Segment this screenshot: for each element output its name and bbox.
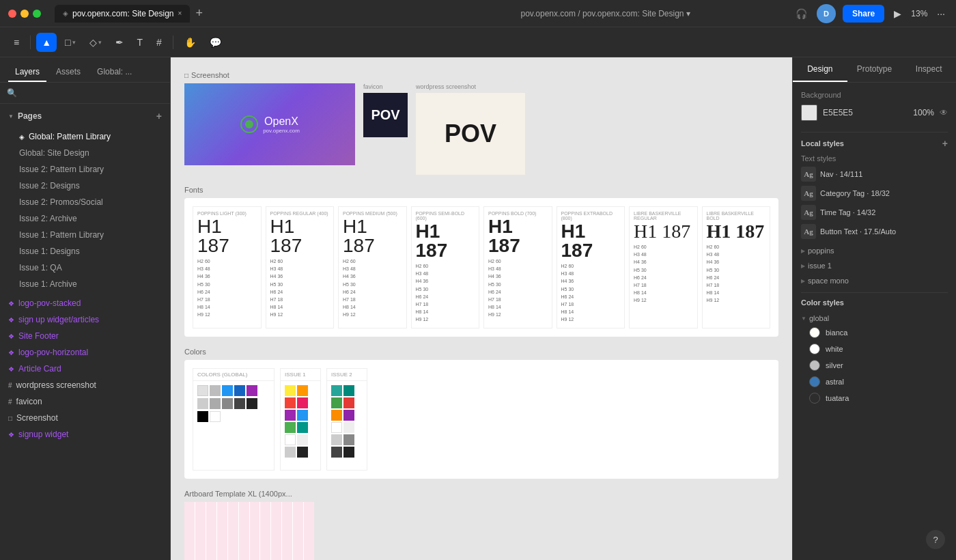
color-style-white[interactable]: white [801,341,948,357]
font-card-light: POPPINS LIGHT (300) H1 187 H2 60H3 48H4 … [193,206,262,328]
select-tool[interactable]: ▲ [36,33,57,52]
minimize-window-button[interactable] [20,10,29,18]
page-item-issue1-qa[interactable]: Issue 1: QA [0,260,170,276]
tab-design[interactable]: Design [793,57,847,82]
text-style-name: Nav · 14/111 [820,170,862,178]
active-tab[interactable]: ◈ pov.openx.com: Site Design × [55,5,190,23]
shape-tool[interactable]: ◇ ▾ [84,33,107,52]
page-item-issue2-pattern[interactable]: Issue 2: Pattern Library [0,161,170,178]
swatch [197,398,208,409]
visibility-toggle[interactable]: 👁 [940,108,948,117]
title-right-actions: 🎧 D Share ▶ 13% ··· [793,4,948,23]
page-item-issue2-archive[interactable]: Issue 2: Archive [0,210,170,227]
canvas[interactable]: □ Screenshot [171,57,792,560]
tab-prototype[interactable]: Prototype [847,57,902,82]
title-caret-icon[interactable]: ▾ [686,9,690,18]
font-card-medium: POPPINS MEDIUM (500) H1 187 H2 60H3 48H4… [338,206,407,328]
swatch [297,447,308,458]
page-label: Global: Site Design [19,148,89,158]
tab-close-button[interactable]: × [178,10,182,17]
pages-chevron-icon: ▼ [8,113,14,120]
add-style-button[interactable]: + [942,138,948,149]
audio-icon[interactable]: 🎧 [793,5,810,22]
shape-icon: ◇ [89,37,97,48]
avatar[interactable]: D [817,4,836,23]
text-style-nav[interactable]: Ag Nav · 14/111 [801,167,948,182]
layer-site-footer[interactable]: ❖ Site Footer [0,328,170,344]
wp-label: wordpress screenshot [416,83,525,90]
font-label: LIBRE BASKERVILLE BOLD [707,211,766,221]
tab-assets[interactable]: Assets [49,63,87,82]
tab-global[interactable]: Global: ... [90,63,139,82]
background-opacity[interactable]: 100% [913,108,934,117]
text-style-time-tag[interactable]: Ag Time Tag · 14/32 [801,205,948,220]
layer-article-card[interactable]: ❖ Article Card [0,361,170,377]
background-color-swatch[interactable] [801,104,817,121]
close-window-button[interactable] [8,10,16,18]
fonts-section-label: Fonts [184,186,778,194]
maximize-window-button[interactable] [33,10,41,18]
layer-screenshot[interactable]: □ Screenshot [0,410,170,426]
right-panel-content: Background E5E5E5 100% 👁 Local styles + [793,83,956,560]
play-button[interactable]: ▶ [891,5,904,22]
layer-logo-pov-horizontal[interactable]: ❖ logo-pov-horizontal [0,344,170,361]
artboard-section-label: Artboard Template XL (1400px... [184,490,778,498]
new-tab-button[interactable]: + [193,6,206,20]
more-options-button[interactable]: ··· [934,5,948,22]
color-style-silver[interactable]: silver [801,357,948,374]
menu-button[interactable]: ≡ [8,33,25,52]
font-card-extrabold: POPPINS EXTRABOLD (800) H1 187 H2 60H3 4… [557,206,625,328]
fonts-content: POPPINS LIGHT (300) H1 187 H2 60H3 48H4 … [184,198,778,337]
chevron-right-icon: ▶ [801,263,805,269]
pages-section-header[interactable]: ▼ Pages + [0,107,170,126]
color-style-bianca[interactable]: bianca [801,324,948,341]
font-group-issue1-header[interactable]: ▶ issue 1 [801,260,948,272]
layer-label: sign up widget/articles [18,315,99,324]
layer-label: signup widget [18,430,68,439]
background-label: Background [801,91,948,99]
pen-tool[interactable]: ✒ [110,33,129,52]
color-style-astral[interactable]: astral [801,374,948,390]
tab-inspect[interactable]: Inspect [901,57,956,82]
swatch [331,434,342,445]
color-style-tuatara[interactable]: tuatara [801,390,948,406]
select-icon: ▲ [42,37,51,48]
frame-tool[interactable]: □ ▾ [59,33,81,52]
page-item-issue2-promos[interactable]: Issue 2: Promos/Social [0,194,170,210]
page-label: Issue 1: QA [19,263,62,272]
page-item-issue1-archive[interactable]: Issue 1: Archive [0,276,170,292]
text-style-button-text[interactable]: Ag Button Text · 17.5/Auto [801,224,948,239]
text-tool[interactable]: T [132,33,149,52]
layer-favicon[interactable]: # favicon [0,393,170,410]
background-color-value[interactable]: E5E5E5 [823,108,908,117]
page-item-issue1-pattern[interactable]: Issue 1: Pattern Library [0,227,170,243]
comment-tool[interactable]: 💬 [204,33,227,52]
text-styles-text: Text styles [801,154,836,163]
page-item-issue1-designs[interactable]: Issue 1: Designs [0,243,170,260]
page-item-global-site[interactable]: Global: Site Design [0,145,170,161]
font-group-poppins-header[interactable]: ▶ poppins [801,244,948,257]
component-icon: ❖ [8,300,14,307]
global-header[interactable]: ▼ global [801,312,948,324]
tab-layers[interactable]: Layers [8,63,46,82]
toolbar: ≡ ▲ □ ▾ ◇ ▾ ✒ T # ✋ 💬 [0,27,956,57]
swatch [297,422,308,433]
search-input[interactable] [21,88,163,98]
page-item-global-pattern[interactable]: ◈ Global: Pattern Library [0,128,170,145]
layer-logo-pov-stacked[interactable]: ❖ logo-pov-stacked [0,295,170,311]
add-page-button[interactable]: + [156,111,162,122]
zoom-level[interactable]: 13% [911,9,927,18]
text-style-category-tag[interactable]: Ag Category Tag · 18/32 [801,186,948,201]
page-item-issue2-designs[interactable]: Issue 2: Designs [0,178,170,194]
right-panel-tabs: Design Prototype Inspect [793,57,956,83]
layer-signup-widget[interactable]: ❖ signup widget [0,426,170,443]
hand-tool[interactable]: ✋ [179,33,201,52]
share-button[interactable]: Share [843,5,884,23]
screenshot-label: Screenshot [191,71,229,79]
layer-signup-widget-articles[interactable]: ❖ sign up widget/articles [0,311,170,328]
layer-wordpress-screenshot[interactable]: # wordpress screenshot [0,377,170,393]
component-tool[interactable]: # [151,33,167,52]
hand-icon: ✋ [184,37,196,48]
help-button[interactable]: ? [926,530,945,549]
font-group-space-mono-header[interactable]: ▶ space mono [801,275,948,287]
